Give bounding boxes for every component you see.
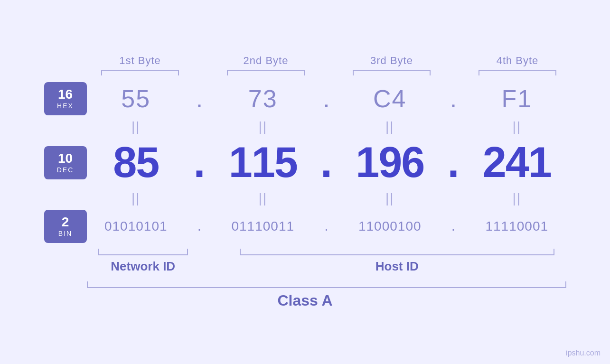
bin-dot-1: .: [185, 219, 214, 234]
dec-badge-label: DEC: [57, 166, 74, 174]
class-bracket: [87, 281, 566, 288]
dec-row: 10 DEC 85 . 115 . 196 . 241: [44, 135, 566, 190]
bin-dot-3: .: [439, 219, 468, 234]
bracket-top-4: [479, 70, 556, 75]
dec-dot-2: .: [312, 138, 341, 187]
dec-badge-number: 10: [58, 152, 73, 165]
byte-label-3: 3rd Byte: [370, 55, 413, 67]
hex-row: 16 HEX 55 . 73 . C4 . F1: [44, 79, 566, 118]
byte-label-4: 4th Byte: [497, 55, 539, 67]
hex-dot-3: .: [439, 84, 468, 113]
equals-row-1: || || || ||: [44, 118, 566, 135]
network-id-label: Network ID: [111, 259, 175, 274]
hex-badge-label: HEX: [57, 102, 74, 110]
byte-col-2: 2nd Byte: [217, 55, 315, 75]
eq-6: ||: [214, 191, 312, 206]
bin-row: 2 BIN 01010101 . 01110011 . 11000100 . 1…: [44, 207, 566, 246]
class-bracket-container: [87, 281, 566, 288]
class-label: Class A: [277, 292, 332, 309]
bin-badge: 2 BIN: [44, 210, 87, 243]
host-id-label: Host ID: [375, 259, 419, 274]
host-bracket-bottom: [240, 249, 554, 255]
class-section: Class A: [44, 281, 566, 309]
bracket-top-1: [101, 70, 179, 75]
hex-badge: 16 HEX: [44, 82, 87, 115]
hex-val-4: F1: [468, 84, 566, 113]
hex-dot-2: .: [312, 84, 341, 113]
hex-val-1: 55: [87, 84, 186, 113]
dec-dot-1: .: [185, 138, 214, 187]
bin-val-2: 01110011: [214, 219, 312, 234]
byte-label-2: 2nd Byte: [244, 55, 289, 67]
eq-8: ||: [468, 191, 566, 206]
eq-4: ||: [468, 119, 566, 134]
byte-col-1: 1st Byte: [92, 55, 189, 75]
network-id-section: Network ID: [87, 249, 200, 274]
hex-val-2: 73: [214, 84, 312, 113]
bin-dot-2: .: [312, 219, 341, 234]
watermark: ipshu.com: [566, 349, 601, 357]
dec-dot-3: .: [439, 138, 468, 187]
eq-3: ||: [341, 119, 440, 134]
byte-col-3: 3rd Byte: [343, 55, 441, 75]
byte-col-4: 4th Byte: [469, 55, 566, 75]
dec-val-3: 196: [341, 138, 440, 187]
bracket-top-3: [353, 70, 431, 75]
dec-val-1: 85: [87, 138, 186, 187]
equals-row-2: || || || ||: [44, 190, 566, 207]
byte-labels-row: 1st Byte 2nd Byte 3rd Byte 4th Byte: [44, 55, 566, 75]
hex-dot-1: .: [185, 84, 214, 113]
bin-val-3: 11000100: [341, 219, 440, 234]
eq-7: ||: [341, 191, 440, 206]
main-container: 1st Byte 2nd Byte 3rd Byte 4th Byte 16 H…: [44, 55, 566, 309]
dec-val-2: 115: [214, 138, 312, 187]
class-bracket-row: [44, 281, 566, 288]
eq-2: ||: [214, 119, 312, 134]
eq-5: ||: [87, 191, 186, 206]
dec-badge: 10 DEC: [44, 146, 87, 179]
hex-val-3: C4: [341, 84, 440, 113]
network-bracket-bottom: [98, 249, 188, 255]
bin-val-1: 01010101: [87, 219, 186, 234]
host-id-section: Host ID: [228, 249, 566, 274]
dec-val-4: 241: [468, 138, 566, 187]
id-brackets-row: Network ID Host ID: [44, 249, 566, 274]
bin-badge-number: 2: [62, 215, 69, 229]
eq-1: ||: [87, 119, 186, 134]
bin-badge-label: BIN: [58, 230, 72, 237]
bracket-top-2: [227, 70, 305, 75]
byte-label-1: 1st Byte: [119, 55, 160, 67]
bin-val-4: 11110001: [468, 219, 566, 234]
hex-badge-number: 16: [58, 88, 73, 101]
